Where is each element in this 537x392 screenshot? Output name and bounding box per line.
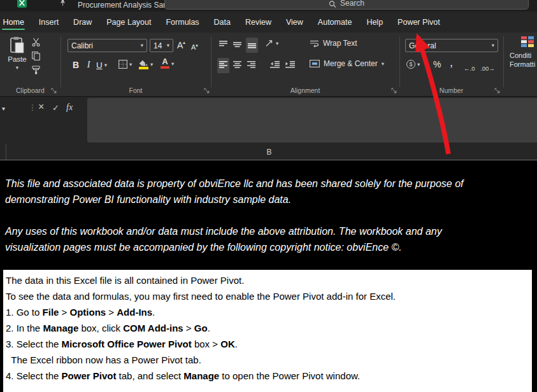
notice-line: Any uses of this workbook and/or data mu… [5, 223, 522, 239]
accounting-format-button[interactable]: $ ▾ [406, 60, 420, 69]
decrease-decimal-button[interactable]: .00→ [480, 62, 495, 73]
paste-button[interactable]: Paste ▾ [4, 36, 31, 85]
borders-dropdown-icon: ▾ [129, 62, 132, 67]
alignment-group-label: Alignment [211, 87, 399, 94]
underline-button[interactable]: U ▾ [96, 59, 107, 71]
font-name-select[interactable]: Calibri ▾ [68, 39, 147, 52]
tab-automate[interactable]: Automate [310, 11, 359, 32]
increase-decimal-button[interactable]: ←.0 [464, 62, 475, 73]
search-box[interactable]: Search [164, 0, 529, 10]
ribbon-tabs: HomeInsertDrawPage LayoutFormulasDataRev… [0, 11, 537, 32]
percent-style-button[interactable]: % [433, 59, 441, 70]
italic-glyph: I [87, 60, 90, 70]
orientation-dropdown-icon: ▾ [276, 41, 278, 46]
underline-dropdown-icon: ▾ [104, 62, 107, 68]
instruction-line-7: 4. Select the Power Pivot tab, and selec… [6, 368, 532, 384]
format-painter-button[interactable] [32, 66, 40, 77]
excel-logo-icon[interactable] [17, 0, 27, 8]
bold-glyph: B [73, 60, 79, 70]
instruction-line-4: 2. In the Manage box, click COM Add-ins … [6, 320, 532, 336]
font-color-button[interactable]: A ▾ [161, 59, 174, 69]
increase-indent-icon [285, 61, 295, 69]
increase-indent-button[interactable] [285, 60, 295, 71]
ribbon: Paste ▾ Clipboard Calibri ▾ 14 ▾ A▴ A▾ [0, 32, 537, 97]
wrap-text-label: Wrap Text [323, 39, 357, 48]
increase-font-letter: A [177, 40, 183, 50]
instruction-line-5: 3. Select the Microsoft Office Power Piv… [6, 336, 532, 352]
instruction-line-6: The Excel ribbon now has a Power Pivot t… [6, 352, 532, 368]
conditional-formatting-icon [521, 36, 534, 47]
number-format-select[interactable]: General ▾ [405, 39, 498, 52]
select-all-corner[interactable] [0, 144, 6, 160]
tab-insert[interactable]: Insert [31, 11, 66, 32]
fill-color-dropdown-icon: ▾ [150, 62, 153, 67]
notice-line: visualization pages must be accompanied … [5, 239, 522, 255]
column-header-b[interactable]: B [6, 144, 532, 160]
group-separator [503, 36, 504, 87]
tab-help[interactable]: Help [359, 11, 390, 32]
align-middle-button[interactable] [233, 39, 241, 51]
pin-icon[interactable] [59, 0, 66, 6]
orientation-button[interactable]: ▾ [265, 39, 278, 47]
namebox-dropdown-icon[interactable]: ▾ [2, 105, 5, 112]
wrap-text-button[interactable]: Wrap Text [310, 39, 357, 48]
number-dialog-launcher[interactable] [494, 88, 500, 94]
cut-icon [32, 38, 40, 46]
formula-input[interactable] [87, 98, 537, 143]
format-painter-icon [32, 66, 40, 74]
borders-button[interactable]: ▾ [118, 60, 132, 69]
conditional-formatting-button[interactable]: Conditi Formatti [508, 36, 537, 69]
sheet-area[interactable]: This file and associated data is propert… [0, 160, 537, 392]
fill-color-button[interactable]: ▾ [139, 60, 153, 69]
cut-button[interactable] [32, 38, 40, 49]
merge-center-label: Merge & Center [324, 59, 378, 68]
bold-button[interactable]: B [71, 59, 81, 71]
cancel-button[interactable]: × [38, 101, 44, 113]
instruction-line-3: 1. Go to File > Options > Add-Ins. [6, 304, 532, 320]
clipboard-dialog-launcher[interactable] [51, 88, 57, 94]
tab-power-pivot[interactable]: Power Pivot [390, 11, 448, 32]
merge-center-button[interactable]: Merge & Center ▾ [310, 59, 384, 68]
borders-icon [118, 60, 127, 69]
tab-view[interactable]: View [278, 11, 310, 32]
tab-page-layout[interactable]: Page Layout [99, 11, 159, 32]
font-color-dropdown-icon: ▾ [171, 61, 174, 67]
align-top-button[interactable] [219, 39, 227, 51]
excel-window: Procurement Analysis Sample no PV Search… [0, 0, 537, 392]
accounting-dropdown-icon: ▾ [417, 62, 420, 67]
align-top-icon [219, 41, 227, 48]
increase-font-size-button[interactable]: A▴ [177, 39, 185, 51]
group-separator [61, 36, 61, 87]
enter-button[interactable]: ✓ [52, 103, 59, 113]
font-size-select[interactable]: 14 ▾ [150, 39, 173, 52]
orientation-icon [265, 39, 274, 47]
comma-style-button[interactable]: , [450, 56, 453, 69]
font-color-bar [161, 66, 169, 69]
decrease-indent-button[interactable] [270, 60, 280, 71]
tab-review[interactable]: Review [238, 11, 278, 32]
italic-button[interactable]: I [85, 59, 92, 71]
tab-draw[interactable]: Draw [66, 11, 99, 32]
font-dialog-launcher[interactable] [204, 88, 210, 94]
comma-icon: , [450, 56, 453, 69]
search-placeholder: Search [340, 0, 364, 8]
tab-home[interactable]: Home [0, 11, 31, 32]
decrease-font-size-button[interactable]: A▾ [191, 41, 198, 52]
column-headers: B [0, 144, 537, 160]
align-right-button[interactable] [247, 60, 255, 71]
decrease-font-mark: ▾ [196, 43, 198, 48]
align-center-button[interactable] [233, 60, 241, 71]
copyright-notice-paragraph-1: This file and associated data is propert… [5, 176, 522, 207]
insert-function-button[interactable]: fx [66, 102, 73, 113]
tab-data[interactable]: Data [206, 11, 238, 32]
alignment-dialog-launcher[interactable] [391, 88, 397, 94]
merge-center-icon [310, 60, 320, 67]
accounting-icon: $ [406, 60, 415, 69]
paste-dropdown-icon: ▾ [16, 65, 18, 71]
copy-button[interactable] [32, 52, 40, 63]
align-bottom-button[interactable] [246, 38, 258, 53]
align-left-button[interactable] [217, 58, 229, 73]
tab-formulas[interactable]: Formulas [159, 11, 206, 32]
align-right-icon [247, 61, 255, 69]
namebox-separator: ⋮ [29, 103, 36, 112]
